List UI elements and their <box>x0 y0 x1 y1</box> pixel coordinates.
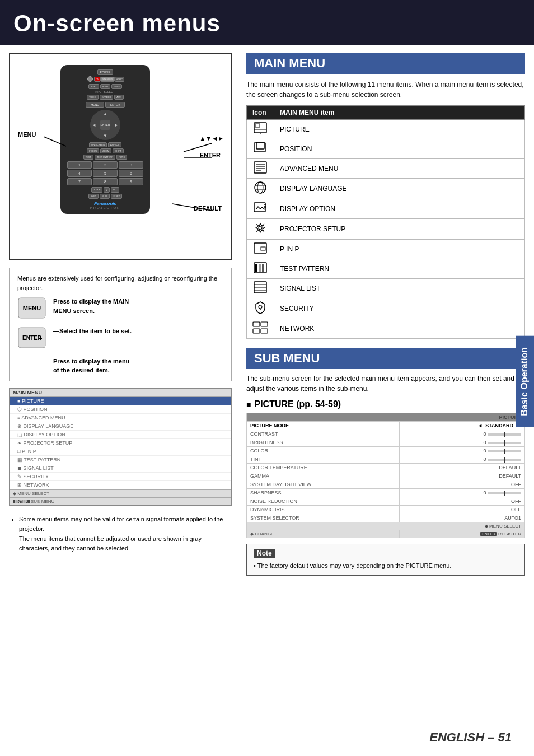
svg-rect-45 <box>261 329 268 333</box>
svg-rect-9 <box>254 123 266 133</box>
svg-rect-42 <box>253 322 260 326</box>
note-text: • The factory default values may vary de… <box>254 561 518 571</box>
dpad-enter[interactable]: ENTER <box>100 120 110 130</box>
table-row: PROJECTOR SETUP <box>247 219 525 240</box>
omenu-display-opt[interactable]: ⬚ DISPLAY OPTION <box>10 431 231 439</box>
icon-position <box>247 139 274 159</box>
menu-desc-intro: Menus are extensively used for configuri… <box>17 274 223 292</box>
omenu-position[interactable]: ⬡ POSITION <box>10 405 231 414</box>
table-row: SIGNAL LIST <box>247 279 525 298</box>
color-temp-label: COLOR TEMPERATURE <box>247 464 400 472</box>
sub-menu-header: SUB MENU <box>246 348 525 369</box>
main-menu-header: MAIN MENU <box>246 53 525 74</box>
svg-rect-31 <box>261 247 265 250</box>
color-temp-value: DEFAULT <box>400 464 525 472</box>
svg-point-29 <box>259 226 262 230</box>
system-day-label: SYSTEM DAYLIGHT VIEW <box>247 480 400 489</box>
page-number: ENGLISH – 51 <box>429 730 512 745</box>
onscreen-menu-title: MAIN MENU <box>10 389 231 397</box>
table-row: DISPLAY OPTION <box>247 199 525 219</box>
icon-picture <box>247 120 274 139</box>
omenu-pinp[interactable]: □ P IN P <box>10 447 231 456</box>
label-signal-list: SIGNAL LIST <box>274 279 525 298</box>
color-value: 0 <box>400 447 525 455</box>
label-network: NETWORK <box>274 319 525 339</box>
left-column: POWER ON STANDBY HDRC RGB1 RGB2 DVI-D IN… <box>0 45 241 584</box>
picture-footer-change: ◆ CHANGE <box>247 530 400 538</box>
right-column: MAIN MENU The main menu consists of the … <box>241 45 534 584</box>
svg-rect-11 <box>255 124 260 127</box>
enter-key-illustration: ENTER <box>17 326 46 349</box>
icon-security <box>247 298 274 319</box>
picture-mode-label: PICTURE MODE <box>247 422 400 430</box>
picture-footer1: ◆ MENU SELECT <box>247 522 525 530</box>
label-security: SECURITY <box>274 298 525 319</box>
picture-table-title: PICTURE <box>247 413 525 422</box>
svg-rect-44 <box>253 329 260 333</box>
color-label: COLOR <box>247 447 400 455</box>
omenu-test-pattern[interactable]: ▦ TEST PATTERN <box>10 456 231 464</box>
svg-rect-34 <box>259 264 261 272</box>
table-row: PICTURE <box>247 120 525 139</box>
gamma-value: DEFAULT <box>400 472 525 480</box>
icon-display-lang <box>247 179 274 199</box>
picture-section-title: PICTURE (pp. 54-59) <box>246 399 525 409</box>
table-row: NETWORK <box>247 319 525 339</box>
brightness-label: BRIGHTNESS <box>247 438 400 447</box>
icon-display-opt <box>247 199 274 219</box>
label-position: POSITION <box>274 139 525 159</box>
omenu-display-lang[interactable]: ⊕ DISPLAY LANGUAGE <box>10 422 231 431</box>
omenu-security[interactable]: ✎ SECURITY <box>10 473 231 481</box>
label-projector-setup: PROJECTOR SETUP <box>274 219 525 240</box>
picture-table: PICTURE PICTURE MODE ◄ STANDARD ► CONTRA… <box>246 413 525 538</box>
remote-diagram: POWER ON STANDBY HDRC RGB1 RGB2 DVI-D IN… <box>9 53 232 260</box>
noise-label: NOISE REDUCTION <box>247 497 400 506</box>
svg-rect-33 <box>255 264 257 272</box>
omenu-advanced[interactable]: ≡ ADVANCED MENU <box>10 414 231 422</box>
svg-rect-14 <box>254 143 265 152</box>
svg-rect-35 <box>262 264 264 272</box>
menu-press-desired: Press to display the menuof the desired … <box>53 357 223 375</box>
col-icon: Icon <box>247 106 274 120</box>
enter-select-text: —Select the item to be set. <box>53 326 132 336</box>
icon-test-pattern <box>247 259 274 279</box>
picture-row-color-temp: COLOR TEMPERATURE DEFAULT <box>247 464 525 472</box>
bottom-note: Some menu items may not be valid for cer… <box>9 511 232 557</box>
system-day-value: OFF <box>400 480 525 489</box>
svg-marker-8 <box>39 338 42 339</box>
brand-name: Panasonic <box>64 201 147 206</box>
side-tab: Basic Operation <box>516 336 534 427</box>
svg-rect-15 <box>256 142 264 149</box>
main-menu-table: Icon MAIN MENU item PICTURE POSITION <box>246 105 525 339</box>
picture-row-system-sel: SYSTEM SELECTOR AUTO1 <box>247 514 525 522</box>
omenu-picture[interactable]: ■ PICTURE <box>10 397 231 405</box>
menu-label: MENU <box>18 131 36 138</box>
omenu-network[interactable]: ⊞ NETWORK <box>10 481 231 489</box>
picture-row-contrast: CONTRAST 0 <box>247 430 525 438</box>
omenu-signal-list[interactable]: ≣ SIGNAL LIST <box>10 464 231 473</box>
picture-row-gamma: GAMMA DEFAULT <box>247 472 525 480</box>
sub-menu-desc: The sub-menu screen for the selected mai… <box>246 374 525 394</box>
table-row: SECURITY <box>247 298 525 319</box>
svg-point-21 <box>255 182 266 193</box>
svg-text:MENU: MENU <box>23 305 41 311</box>
sharpness-value: 0 <box>400 489 525 497</box>
svg-point-40 <box>259 305 262 309</box>
omenu-projector-setup[interactable]: ❧ PROJECTOR SETUP <box>10 439 231 447</box>
label-test-pattern: TEST PATTERN <box>274 259 525 279</box>
menu-press-text: Press to display the MAINMENU screen. <box>53 297 129 315</box>
picture-row-brightness: BRIGHTNESS 0 <box>247 438 525 447</box>
icon-network <box>247 319 274 339</box>
picture-row-dynamic: DYNAMIC IRIS OFF <box>247 506 525 514</box>
table-row: POSITION <box>247 139 525 159</box>
col-menu-item: MAIN MENU item <box>274 106 525 120</box>
omenu-footer2: ENTER SUB MENU <box>10 497 231 505</box>
picture-row-sharpness: SHARPNESS 0 <box>247 489 525 497</box>
label-display-lang: DISPLAY LANGUAGE <box>274 179 525 199</box>
label-advanced: ADVANCED MENU <box>274 159 525 179</box>
contrast-label: CONTRAST <box>247 430 400 438</box>
contrast-value: 0 <box>400 430 525 438</box>
onscreen-menu-list: MAIN MENU ■ PICTURE ⬡ POSITION ≡ ADVANCE… <box>9 388 232 506</box>
svg-point-22 <box>257 182 263 193</box>
picture-footer-register: ENTER REGISTER <box>400 530 525 538</box>
